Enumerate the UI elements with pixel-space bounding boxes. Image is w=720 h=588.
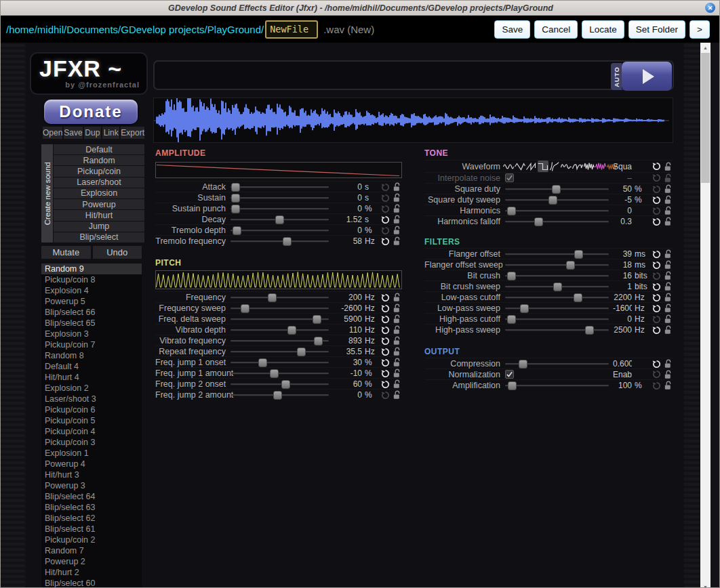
topbar-button-cancel[interactable]: Cancel xyxy=(534,20,578,39)
lock-icon[interactable] xyxy=(391,347,402,356)
sound-list-item[interactable]: Explosion 1 xyxy=(41,448,142,459)
lock-icon[interactable] xyxy=(662,217,673,226)
sound-list-item[interactable]: Powerup 5 xyxy=(41,296,142,307)
lock-icon[interactable] xyxy=(662,195,673,205)
reset-icon[interactable] xyxy=(379,326,391,335)
lock-icon[interactable] xyxy=(391,226,402,235)
slider-thumb[interactable] xyxy=(231,194,240,203)
sound-list-item[interactable]: Default 4 xyxy=(41,361,142,372)
reset-icon[interactable] xyxy=(650,370,662,379)
slider-flanger-offset-sweep[interactable] xyxy=(505,259,609,270)
reset-icon[interactable] xyxy=(650,293,662,302)
waveform-display[interactable] xyxy=(153,98,673,143)
waveform-option-sawtooth-icon[interactable] xyxy=(526,161,537,172)
preset-powerup[interactable]: Powerup xyxy=(54,199,144,209)
slider-thumb[interactable] xyxy=(268,293,277,302)
sound-list-item[interactable]: Blip/select 65 xyxy=(41,318,142,329)
reset-icon[interactable] xyxy=(379,369,391,378)
sound-list-item[interactable]: Powerup 3 xyxy=(41,480,142,491)
waveform-option-tangent-icon[interactable] xyxy=(549,161,560,172)
sound-list-item[interactable]: Blip/select 60 xyxy=(41,578,142,588)
slider-thumb[interactable] xyxy=(566,261,575,270)
sound-list-item[interactable]: Random 7 xyxy=(41,545,142,556)
slider-thumb[interactable] xyxy=(231,205,240,213)
sound-list-item[interactable]: Blip/select 63 xyxy=(41,502,142,513)
lock-icon[interactable] xyxy=(391,215,402,224)
autoplay-toggle[interactable]: AUTO xyxy=(611,63,622,90)
lock-icon[interactable] xyxy=(662,162,673,171)
scrollbar-up-icon[interactable]: ▲ xyxy=(700,43,711,52)
lock-icon[interactable] xyxy=(391,303,402,313)
topbar-button-set-folder[interactable]: Set Folder xyxy=(628,20,685,39)
slider-thumb[interactable] xyxy=(574,250,583,259)
slider-thumb[interactable] xyxy=(258,358,267,367)
lock-icon[interactable] xyxy=(662,293,673,302)
file-action-export[interactable]: Export xyxy=(121,127,144,139)
slider-square-duty-sweep[interactable] xyxy=(505,194,609,205)
slider-thumb[interactable] xyxy=(283,237,292,246)
reset-icon[interactable] xyxy=(379,205,391,213)
sound-list-item[interactable]: Pickup/coin 7 xyxy=(41,339,142,350)
slider-thumb[interactable] xyxy=(552,185,561,194)
slider-thumb[interactable] xyxy=(275,215,284,224)
lock-icon[interactable] xyxy=(391,314,402,324)
slider-thumb[interactable] xyxy=(270,369,279,378)
lock-icon[interactable] xyxy=(391,379,402,389)
slider-high-pass-sweep[interactable] xyxy=(505,324,609,335)
scrollbar-thumb[interactable] xyxy=(701,53,710,183)
lock-icon[interactable] xyxy=(662,359,673,369)
reset-icon[interactable] xyxy=(379,194,391,203)
lock-icon[interactable] xyxy=(391,336,402,345)
slider-high-pass-cutoff[interactable] xyxy=(505,314,609,324)
sound-list-item[interactable]: Hit/hurt 2 xyxy=(41,567,142,578)
waveform-option-square-icon[interactable] xyxy=(538,161,548,172)
sound-list-item[interactable]: Hit/hurt 3 xyxy=(41,469,142,480)
lock-icon[interactable] xyxy=(662,271,673,280)
preset-hit-hurt[interactable]: Hit/hurt xyxy=(54,210,144,220)
slider-tremolo-frequency[interactable] xyxy=(231,236,329,247)
slider-square-duty[interactable] xyxy=(505,184,609,194)
slider-repeat-frequency[interactable] xyxy=(231,346,329,357)
slider-thumb[interactable] xyxy=(574,293,582,302)
lock-icon[interactable] xyxy=(391,193,402,203)
sound-list-item[interactable]: Pickup/coin 6 xyxy=(41,404,142,415)
sound-list-item[interactable]: Blip/select 61 xyxy=(41,524,142,534)
slider-thumb[interactable] xyxy=(534,217,543,226)
slider-thumb[interactable] xyxy=(281,380,290,389)
donate-button[interactable]: Donate xyxy=(44,100,138,124)
file-action-open[interactable]: Open xyxy=(43,127,62,139)
reset-icon[interactable] xyxy=(379,183,391,192)
reset-icon[interactable] xyxy=(650,196,662,205)
reset-icon[interactable] xyxy=(379,215,391,224)
reset-icon[interactable] xyxy=(379,237,391,246)
sound-list-item[interactable]: Blip/select 66 xyxy=(41,307,142,318)
reset-icon[interactable] xyxy=(379,391,391,400)
sound-list-item[interactable]: Explosion 2 xyxy=(41,383,142,394)
audio-progress-bar[interactable]: AUTO xyxy=(153,60,674,90)
topbar-button-locate[interactable]: Locate xyxy=(582,20,624,39)
undo-button[interactable]: Undo xyxy=(93,246,142,259)
waveform-option-breaker-icon[interactable] xyxy=(572,161,583,172)
preset-explosion[interactable]: Explosion xyxy=(54,188,144,198)
lock-icon[interactable] xyxy=(662,370,673,379)
slider-freq-delta-sweep[interactable] xyxy=(231,314,329,324)
slider-low-pass-sweep[interactable] xyxy=(505,303,609,314)
slider-compression[interactable] xyxy=(505,358,609,369)
sound-list-item[interactable]: Blip/select 64 xyxy=(41,491,142,502)
normalization-checkbox[interactable] xyxy=(505,370,514,379)
slider-thumb[interactable] xyxy=(520,304,529,313)
slider-thumb[interactable] xyxy=(508,381,517,390)
slider-thumb[interactable] xyxy=(313,315,321,324)
lock-icon[interactable] xyxy=(662,303,673,313)
reset-icon[interactable] xyxy=(650,315,662,324)
lock-icon[interactable] xyxy=(391,390,402,400)
reset-icon[interactable] xyxy=(650,217,662,226)
file-action-dup[interactable]: Dup xyxy=(84,127,101,139)
slider-thumb[interactable] xyxy=(273,391,282,400)
lock-icon[interactable] xyxy=(662,206,673,215)
preset-default[interactable]: Default xyxy=(54,144,144,154)
sound-list-item[interactable]: Pickup/coin 3 xyxy=(41,437,142,448)
slider-thumb[interactable] xyxy=(297,348,306,356)
reset-icon[interactable] xyxy=(650,272,662,280)
reset-icon[interactable] xyxy=(379,380,391,389)
